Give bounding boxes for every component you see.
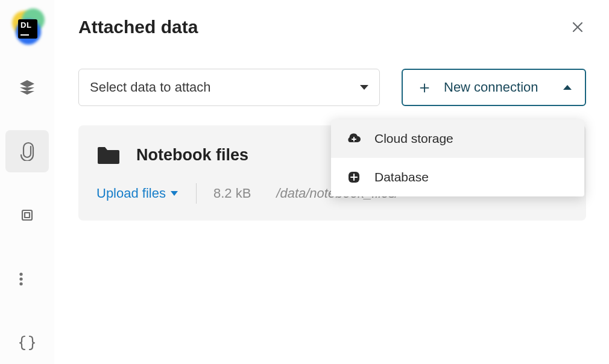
new-connection-button[interactable]: ＋ New connection — [402, 69, 586, 106]
svg-rect-0 — [22, 210, 32, 220]
select-placeholder: Select data to attach — [90, 80, 360, 95]
app-logo: DL — [10, 11, 45, 45]
select-data-dropdown[interactable]: Select data to attach — [78, 69, 380, 106]
sidebar-item-layers[interactable] — [5, 66, 49, 108]
files-size: 8.2 kB — [213, 186, 276, 201]
layers-icon — [17, 78, 37, 97]
upload-files-button[interactable]: Upload files — [96, 186, 196, 201]
new-connection-label: New connection — [444, 80, 563, 95]
svg-rect-1 — [25, 213, 30, 218]
panel-header: Attached data — [78, 17, 586, 37]
list-icon — [17, 269, 37, 289]
main-panel: Attached data Select data to attach ＋ Ne… — [54, 0, 609, 364]
logo-text: DL — [21, 20, 31, 30]
sidebar: DL — [0, 0, 54, 364]
new-connection-dropdown: Cloud storage Database — [331, 119, 584, 196]
sidebar-item-compute[interactable] — [5, 194, 49, 236]
svg-point-15 — [21, 278, 22, 280]
sidebar-item-outline[interactable] — [5, 258, 49, 300]
upload-label: Upload files — [96, 186, 166, 201]
divider — [196, 183, 197, 204]
sidebar-item-variables[interactable] — [5, 322, 49, 364]
sidebar-item-attached-data[interactable] — [5, 130, 49, 172]
dropdown-item-cloud-storage[interactable]: Cloud storage — [331, 119, 584, 158]
braces-icon — [17, 333, 37, 353]
chevron-up-icon — [563, 85, 572, 90]
close-button[interactable] — [569, 19, 586, 36]
svg-point-16 — [21, 283, 22, 285]
chevron-down-icon — [360, 85, 368, 90]
panel-title: Attached data — [78, 17, 198, 37]
card-title: Notebook files — [136, 146, 248, 165]
svg-point-14 — [21, 274, 22, 275]
cloud-plus-icon — [346, 130, 362, 147]
new-connection-wrap: ＋ New connection Cloud storage — [402, 69, 586, 106]
chip-icon — [17, 206, 37, 225]
database-plus-icon — [346, 169, 362, 186]
close-icon — [572, 22, 583, 33]
dropdown-item-database[interactable]: Database — [331, 158, 584, 196]
folder-icon — [96, 145, 121, 165]
dropdown-item-label: Database — [374, 170, 429, 184]
dropdown-item-label: Cloud storage — [374, 131, 453, 146]
app-root: DL — [0, 0, 609, 364]
plus-icon: ＋ — [416, 76, 433, 99]
toolbar: Select data to attach ＋ New connection — [78, 69, 586, 106]
chevron-down-icon — [171, 191, 178, 196]
paperclip-icon — [17, 142, 37, 161]
